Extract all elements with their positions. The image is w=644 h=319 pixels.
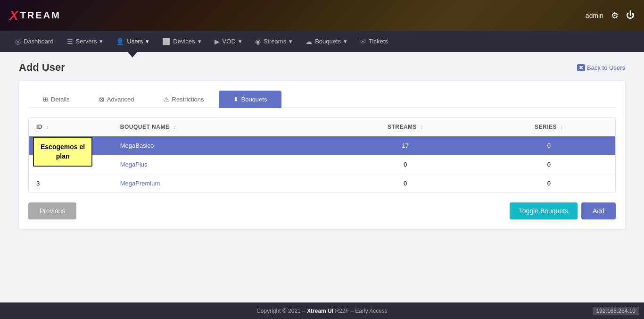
power-icon[interactable]: ⏻ bbox=[626, 10, 635, 20]
col-streams: STREAMS ↕ bbox=[328, 118, 483, 136]
col-id: ID ↕ bbox=[29, 118, 113, 136]
servers-dropdown-icon: ▾ bbox=[99, 38, 103, 45]
tab-bouquets[interactable]: ⬇ Bouquets bbox=[219, 91, 282, 108]
header-right: admin ⚙ ⏻ bbox=[586, 10, 635, 21]
nav-bouquets[interactable]: ☁ Bouquets ▾ bbox=[300, 31, 353, 52]
details-tab-icon: ⊞ bbox=[43, 96, 48, 103]
cell-bouquet-name: MegaBasico bbox=[113, 136, 328, 155]
page-header: Add User ✖ Back to Users bbox=[19, 61, 625, 74]
tab-bouquets-label: Bouquets bbox=[241, 96, 267, 103]
page-title: Add User bbox=[19, 61, 65, 74]
tab-advanced-label: Advanced bbox=[107, 96, 134, 103]
cell-id: 3 bbox=[29, 174, 113, 193]
streams-icon: ◉ bbox=[255, 38, 261, 45]
bouquets-tab-icon: ⬇ bbox=[233, 96, 239, 103]
nav-bar: ◎ Dashboard ☰ Servers ▾ 👤 Users ▾ ⬜ Devi… bbox=[0, 31, 644, 52]
footer-ip: 192.168.254.10 bbox=[593, 307, 639, 315]
cell-series: 0 bbox=[483, 136, 615, 155]
toggle-bouquets-button[interactable]: Toggle Bouquets bbox=[510, 202, 578, 219]
footer-copyright: Copyright © 2021 – Xtream UI R22F – Earl… bbox=[256, 308, 388, 314]
cell-series: 0 bbox=[483, 174, 615, 193]
table-row[interactable]: 1MegaBasico170 bbox=[29, 136, 615, 155]
devices-icon: ⬜ bbox=[162, 38, 170, 45]
cell-series: 0 bbox=[483, 155, 615, 174]
restrictions-tab-icon: ⚠ bbox=[164, 96, 169, 103]
tab-restrictions-label: Restrictions bbox=[172, 96, 204, 103]
cell-streams: 17 bbox=[328, 136, 483, 155]
servers-icon: ☰ bbox=[67, 38, 73, 45]
cell-streams: 0 bbox=[328, 155, 483, 174]
logo-x: X bbox=[9, 8, 18, 23]
settings-icon[interactable]: ⚙ bbox=[611, 10, 619, 21]
tabs-container: ⊞ Details ⊠ Advanced ⚠ Restrictions ⬇ Bo… bbox=[28, 91, 616, 108]
nav-dashboard[interactable]: ◎ Dashboard bbox=[9, 31, 59, 52]
nav-vod[interactable]: ▶ VOD ▾ bbox=[209, 31, 248, 52]
add-button[interactable]: Add bbox=[581, 202, 616, 219]
cell-streams: 0 bbox=[328, 174, 483, 193]
tickets-icon: ✉ bbox=[360, 38, 366, 45]
name-sort-icon[interactable]: ↕ bbox=[173, 125, 176, 130]
tab-advanced[interactable]: ⊠ Advanced bbox=[84, 91, 149, 108]
dashboard-icon: ◎ bbox=[15, 38, 21, 45]
col-series: SERIES ↕ bbox=[483, 118, 615, 136]
page-footer: Copyright © 2021 – Xtream UI R22F – Earl… bbox=[0, 302, 644, 319]
nav-devices[interactable]: ⬜ Devices ▾ bbox=[157, 31, 206, 52]
nav-servers[interactable]: ☰ Servers ▾ bbox=[61, 31, 109, 52]
annotation-tooltip: Escogemos elplan bbox=[33, 137, 92, 167]
main-card: ⊞ Details ⊠ Advanced ⚠ Restrictions ⬇ Bo… bbox=[19, 81, 625, 229]
col-bouquet-name: BOUQUET NAME ↕ bbox=[113, 118, 328, 136]
table-header-row: ID ↕ BOUQUET NAME ↕ STREAMS ↕ SERIES bbox=[29, 118, 615, 136]
bouquets-table: ID ↕ BOUQUET NAME ↕ STREAMS ↕ SERIES bbox=[29, 118, 615, 193]
nav-users[interactable]: 👤 Users ▾ bbox=[110, 31, 155, 52]
logo-tream: TREAM bbox=[20, 10, 61, 21]
id-sort-icon[interactable]: ↕ bbox=[46, 125, 49, 130]
tab-restrictions[interactable]: ⚠ Restrictions bbox=[149, 91, 219, 108]
previous-button[interactable]: Previous bbox=[28, 202, 76, 219]
footer-buttons: Previous Toggle Bouquets Add bbox=[28, 202, 616, 219]
streams-dropdown-icon: ▾ bbox=[289, 38, 292, 45]
users-icon: 👤 bbox=[116, 38, 124, 45]
cell-bouquet-name: MegaPremium bbox=[113, 174, 328, 193]
advanced-tab-icon: ⊠ bbox=[99, 96, 104, 103]
tab-details-label: Details bbox=[51, 96, 70, 103]
table-row[interactable]: 2MegaPlus00 bbox=[29, 155, 615, 174]
back-icon: ✖ bbox=[577, 64, 585, 71]
right-buttons: Toggle Bouquets Add bbox=[510, 202, 616, 219]
back-label: Back to Users bbox=[587, 64, 625, 71]
users-dropdown-icon: ▾ bbox=[146, 38, 149, 45]
vod-icon: ▶ bbox=[215, 38, 220, 45]
bouquets-icon: ☁ bbox=[305, 38, 312, 45]
back-to-users-link[interactable]: ✖ Back to Users bbox=[577, 64, 625, 71]
nav-streams[interactable]: ◉ Streams ▾ bbox=[249, 31, 298, 52]
vod-dropdown-icon: ▾ bbox=[239, 38, 242, 45]
main-content: Add User ✖ Back to Users ⊞ Details ⊠ Adv… bbox=[0, 52, 644, 302]
cell-bouquet-name: MegaPlus bbox=[113, 155, 328, 174]
streams-sort-icon[interactable]: ↕ bbox=[421, 125, 423, 130]
series-sort-icon[interactable]: ↕ bbox=[561, 125, 563, 130]
tab-details[interactable]: ⊞ Details bbox=[28, 91, 84, 108]
top-header: X TREAM admin ⚙ ⏻ bbox=[0, 0, 644, 31]
table-row[interactable]: 3MegaPremium00 bbox=[29, 174, 615, 193]
devices-dropdown-icon: ▾ bbox=[198, 38, 201, 45]
bouquets-dropdown-icon: ▾ bbox=[344, 38, 347, 45]
logo: X TREAM bbox=[9, 8, 61, 23]
bouquets-table-wrapper: ID ↕ BOUQUET NAME ↕ STREAMS ↕ SERIES bbox=[28, 118, 616, 193]
admin-label: admin bbox=[586, 12, 603, 19]
nav-tickets[interactable]: ✉ Tickets bbox=[355, 31, 394, 52]
